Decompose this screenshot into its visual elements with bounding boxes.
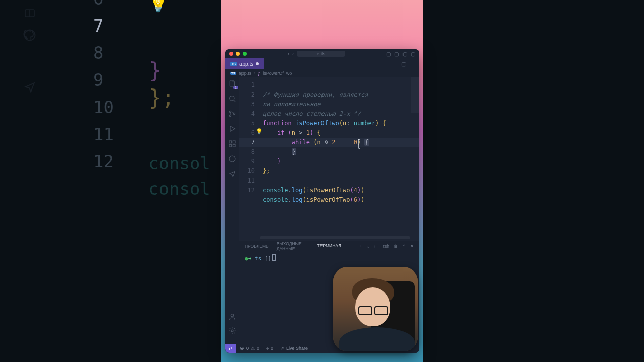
nav-back-icon[interactable]: ‹ xyxy=(288,51,289,56)
layout-left-icon[interactable]: ▢ xyxy=(386,51,391,57)
shell-label[interactable]: zsh xyxy=(383,244,389,249)
code-content[interactable]: /* Функция проверки, является ли положит… xyxy=(263,80,410,214)
bg-right-blur: == 0) { o(4)) o(6)) xyxy=(423,0,644,362)
chevron-right-icon: › xyxy=(254,71,255,76)
remote-indicator[interactable]: ⇄ xyxy=(225,344,236,353)
breadcrumb[interactable]: TS app.ts › ƒ isPowerOfTwo xyxy=(225,69,419,77)
svg-point-14 xyxy=(231,314,233,317)
layout-bottom-icon[interactable]: ▢ xyxy=(394,51,399,57)
tab-terminal[interactable]: ТЕРМИНАЛ xyxy=(317,243,341,249)
typescript-icon: TS xyxy=(230,72,236,75)
command-center[interactable]: ⌕ ts xyxy=(297,51,345,57)
run-debug-icon[interactable] xyxy=(228,125,236,133)
new-terminal-icon[interactable]: + xyxy=(360,244,362,249)
webcam-overlay xyxy=(333,267,418,351)
liveshare-icon: ↗ xyxy=(280,346,284,351)
maximize-panel-icon[interactable]: ⌃ xyxy=(402,244,406,249)
layout-right-icon[interactable]: ▢ xyxy=(403,51,407,57)
remote-icon: ⇄ xyxy=(229,346,233,351)
crumb-file: app.ts xyxy=(239,71,252,76)
status-problems[interactable]: ⊗0 ⚠0 xyxy=(236,346,263,351)
panel-tabs: ПРОБЛЕМЫ ВЫХОДНЫЕ ДАННЫЕ ТЕРМИНАЛ ⋯ + ⌄ … xyxy=(239,241,419,251)
svg-rect-12 xyxy=(233,144,235,147)
svg-point-7 xyxy=(233,113,235,114)
svg-rect-10 xyxy=(233,141,235,143)
crumb-symbol: isPowerOfTwo xyxy=(263,71,292,76)
share-icon xyxy=(23,80,37,94)
nav-forward-icon[interactable]: › xyxy=(292,51,294,56)
bulb-icon: 💡 xyxy=(149,0,168,13)
account-icon[interactable] xyxy=(228,313,236,321)
layout-icon xyxy=(23,7,37,19)
status-ports[interactable]: ⟐0 xyxy=(263,346,277,351)
error-icon: ⊗ xyxy=(240,346,244,351)
customize-layout-icon[interactable]: ▢ xyxy=(411,51,415,57)
tab-filename: app.ts xyxy=(239,61,253,67)
more-actions-icon[interactable]: ⋯ xyxy=(410,61,415,67)
video-frame: 6 7 8 9 10 11 12 💡 } }; consol consol ==… xyxy=(0,0,644,362)
webcam-person-glasses xyxy=(358,306,388,313)
text-cursor-icon xyxy=(355,139,362,149)
bg-code-fragment: consol consol xyxy=(148,153,210,199)
svg-point-6 xyxy=(229,115,231,116)
tab-more-icon[interactable]: ⋯ xyxy=(348,244,353,249)
search-icon[interactable] xyxy=(228,95,236,103)
minimap[interactable] xyxy=(411,77,419,113)
tab-app-ts[interactable]: TS app.ts xyxy=(225,58,264,69)
search-text: ts xyxy=(321,51,325,56)
gear-icon[interactable] xyxy=(228,327,236,335)
bg-activity-icons xyxy=(23,0,37,103)
kill-terminal-icon[interactable]: 🗑 xyxy=(393,244,398,249)
liveshare-icon[interactable] xyxy=(228,170,236,178)
bg-brace: } xyxy=(149,58,162,83)
modified-dot-icon xyxy=(256,62,259,65)
window-titlebar: ‹ › ⌕ ts ▢ ▢ ▢ ▢ xyxy=(225,49,419,58)
github-icon xyxy=(23,28,37,42)
chevron-down-icon[interactable]: ⌄ xyxy=(366,244,370,249)
split-editor-icon[interactable]: ▢ xyxy=(401,61,406,67)
source-control-icon[interactable] xyxy=(228,110,236,118)
extensions-icon[interactable] xyxy=(228,140,236,148)
bg-brace: }; xyxy=(149,85,175,110)
svg-point-3 xyxy=(230,96,234,101)
tab-output[interactable]: ВЫХОДНЫЕ ДАННЫЕ xyxy=(277,241,310,251)
status-liveshare[interactable]: ↗Live Share xyxy=(277,346,311,351)
line-number-gutter: 1 2 3 4 5 6 7 8 9 10 11 12 xyxy=(239,80,260,195)
traffic-minimize[interactable] xyxy=(236,52,240,56)
function-icon: ƒ xyxy=(258,71,260,76)
svg-point-15 xyxy=(231,330,233,332)
explorer-icon[interactable] xyxy=(228,79,236,87)
editor-tabbar: TS app.ts ▢ ⋯ xyxy=(225,58,419,69)
close-panel-icon[interactable]: ✕ xyxy=(410,244,414,249)
terminal-cursor xyxy=(272,254,276,261)
activity-bar xyxy=(225,77,239,340)
tab-problems[interactable]: ПРОБЛЕМЫ xyxy=(245,244,270,249)
svg-point-5 xyxy=(229,111,231,112)
warning-icon: ⚠ xyxy=(251,346,255,351)
radio-icon: ⟐ xyxy=(266,346,269,351)
editor-horizontal-scrollbar[interactable] xyxy=(260,236,410,239)
bg-line-numbers: 6 7 8 9 10 11 12 xyxy=(93,0,114,175)
svg-marker-8 xyxy=(230,126,235,132)
svg-line-4 xyxy=(234,100,235,102)
split-terminal-icon[interactable]: ▢ xyxy=(374,244,379,249)
bg-left-blur: 6 7 8 9 10 11 12 💡 } }; consol consol xyxy=(0,0,221,362)
traffic-zoom[interactable] xyxy=(243,52,247,56)
typescript-icon: TS xyxy=(230,62,237,66)
terminal[interactable]: ●➜ ts [] xyxy=(239,251,419,265)
traffic-close[interactable] xyxy=(229,52,233,56)
svg-point-13 xyxy=(229,156,235,162)
search-icon: ⌕ xyxy=(317,51,319,56)
svg-rect-11 xyxy=(229,144,232,147)
svg-rect-9 xyxy=(229,141,232,143)
github-icon[interactable] xyxy=(228,155,236,163)
